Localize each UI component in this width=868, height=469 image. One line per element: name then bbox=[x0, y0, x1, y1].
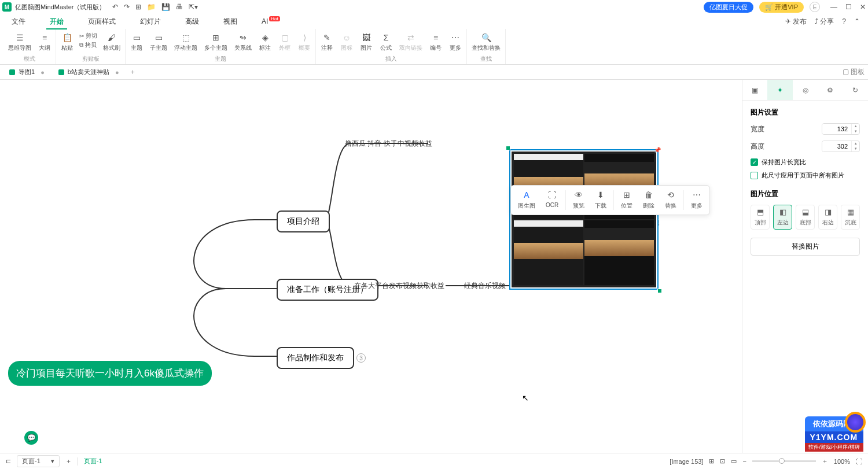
print-icon[interactable]: 🖶 bbox=[176, 3, 183, 11]
new-icon[interactable]: ⊞ bbox=[135, 3, 141, 11]
copy-button[interactable]: ⧉ 拷贝 bbox=[78, 40, 98, 50]
save-icon[interactable]: 💾 bbox=[161, 3, 170, 11]
topic-button[interactable]: ▭主题 bbox=[128, 31, 145, 54]
open-icon[interactable]: 📁 bbox=[147, 3, 156, 11]
undo-icon[interactable]: ↶ bbox=[112, 3, 118, 11]
child-count-badge[interactable]: 3 bbox=[356, 353, 366, 363]
download-button[interactable]: ⬇下载 bbox=[590, 189, 611, 211]
image-node-selected[interactable]: 📌 bbox=[509, 149, 659, 290]
preview-button[interactable]: 👁预览 bbox=[568, 189, 589, 211]
relation-button[interactable]: ↬关系线 bbox=[232, 31, 254, 54]
summary-button: ⟩概要 bbox=[296, 31, 313, 54]
page-selector[interactable]: 页面-1▾ bbox=[17, 455, 60, 467]
menu-ai[interactable]: AIHot bbox=[258, 15, 284, 28]
panel-title: 图片设置 bbox=[751, 108, 860, 117]
redo-icon[interactable]: ↷ bbox=[124, 3, 130, 11]
promo-pill[interactable]: 亿图夏日大促 bbox=[704, 2, 753, 13]
view-wide-icon[interactable]: ▭ bbox=[731, 457, 737, 465]
paste-button[interactable]: 📋粘贴 bbox=[58, 31, 76, 54]
sidebar-toggle-icon[interactable]: ⊏ bbox=[6, 457, 11, 465]
zoom-slider[interactable] bbox=[752, 460, 816, 462]
close-window-icon[interactable]: ✕ bbox=[860, 3, 866, 11]
vip-pill[interactable]: 🛒 开通VIP bbox=[759, 2, 804, 13]
export-icon[interactable]: ⇱▾ bbox=[189, 3, 198, 11]
menu-advanced[interactable]: 高级 bbox=[182, 14, 203, 29]
ocr-button[interactable]: ⛶OCR bbox=[541, 189, 563, 211]
pos-top-button[interactable]: ⬒顶部 bbox=[751, 205, 770, 230]
canvas[interactable]: 冷门项目每天听歌一小时月入6k傻瓜式操作 项目介绍 准备工作（账号注册） 作品制… bbox=[0, 80, 742, 453]
formula-button[interactable]: Σ公式 bbox=[377, 31, 395, 54]
subtopic-button[interactable]: ▭子主题 bbox=[148, 31, 170, 54]
menu-slideshow[interactable]: 幻灯片 bbox=[137, 14, 164, 29]
cut-button[interactable]: ✂ 剪切 bbox=[78, 31, 98, 40]
height-label: 高度 bbox=[751, 142, 764, 152]
status-bar: ⊏ 页面-1▾ ＋ 页面-1 [Image 153] ⊞ ⊡ ▭ − ＋ 100… bbox=[0, 453, 868, 469]
mindmap-mode-button[interactable]: ☰思维导图 bbox=[6, 31, 34, 54]
view-grid-icon[interactable]: ⊞ bbox=[709, 457, 714, 465]
page-label[interactable]: 页面-1 bbox=[84, 457, 102, 466]
pos-left-button[interactable]: ◧左边 bbox=[773, 205, 792, 230]
floating-topic-button[interactable]: ⬚浮动主题 bbox=[172, 31, 200, 54]
document-tab-2[interactable]: b站卖天涯神贴● bbox=[53, 66, 125, 78]
panel-toggle[interactable]: ▢ 图板 bbox=[843, 67, 865, 77]
zoom-in-icon[interactable]: ＋ bbox=[822, 457, 828, 466]
menu-file[interactable]: 文件 bbox=[8, 14, 29, 29]
float-more-button[interactable]: ⋯更多 bbox=[686, 189, 707, 211]
menu-view[interactable]: 视图 bbox=[220, 14, 241, 29]
panel-tab-style[interactable]: ▣ bbox=[742, 80, 767, 100]
user-avatar[interactable]: E bbox=[810, 2, 820, 12]
pos-bottom-button[interactable]: ⬓底部 bbox=[796, 205, 815, 230]
image-info: [Image 153] bbox=[670, 458, 703, 465]
pos-right-button[interactable]: ◨右边 bbox=[818, 205, 837, 230]
menu-start[interactable]: 开始 bbox=[46, 14, 67, 29]
ai-gen-button[interactable]: A图生图 bbox=[513, 189, 540, 211]
format-painter-button[interactable]: 🖌格式刷 bbox=[101, 31, 123, 54]
help-icon[interactable]: ? bbox=[842, 17, 846, 25]
multi-topic-button[interactable]: ⊞多个主题 bbox=[202, 31, 230, 54]
document-tab-1[interactable]: 导图1● bbox=[3, 66, 50, 78]
outline-mode-button[interactable]: ≡大纲 bbox=[36, 31, 53, 54]
pin-icon[interactable]: 📌 bbox=[654, 147, 661, 153]
close-tab-icon[interactable]: ● bbox=[41, 69, 45, 76]
view-fit-icon[interactable]: ⊡ bbox=[720, 457, 725, 465]
menu-page-style[interactable]: 页面样式 bbox=[84, 14, 119, 29]
zoom-value[interactable]: 100% bbox=[834, 458, 850, 465]
image-button[interactable]: 🖼图片 bbox=[358, 31, 375, 54]
panel-tab-effects[interactable]: ✦ bbox=[767, 80, 792, 100]
more-insert-button[interactable]: ⋯更多 bbox=[447, 31, 464, 54]
close-tab-icon[interactable]: ● bbox=[115, 69, 119, 76]
pos-fill-button[interactable]: ▦沉底 bbox=[841, 205, 860, 230]
zoom-out-icon[interactable]: − bbox=[742, 458, 746, 465]
find-replace-button[interactable]: 🔍查找和替换 bbox=[469, 31, 503, 54]
text-note[interactable]: 在各大平台发布视频获取收益 bbox=[354, 281, 444, 291]
panel-tab-history[interactable]: ↻ bbox=[843, 80, 868, 100]
assistant-bubble[interactable]: 💬 bbox=[24, 431, 38, 445]
hot-badge: Hot bbox=[269, 16, 279, 21]
maximize-icon[interactable]: ☐ bbox=[845, 3, 852, 11]
root-topic[interactable]: 冷门项目每天听歌一小时月入6k傻瓜式操作 bbox=[8, 361, 212, 386]
replace-button[interactable]: ⟲替换 bbox=[660, 189, 681, 211]
callout-button[interactable]: ◈标注 bbox=[256, 31, 274, 54]
text-classic[interactable]: 经典音乐视频 bbox=[464, 281, 506, 291]
height-input[interactable]: ▴▾ bbox=[822, 141, 860, 152]
publish-button[interactable]: ✈ 发布 bbox=[785, 17, 807, 27]
collapse-ribbon-icon[interactable]: ⌃ bbox=[854, 17, 860, 25]
panel-tab-theme[interactable]: ⚙ bbox=[818, 80, 843, 100]
topic-intro[interactable]: 项目介绍 bbox=[277, 211, 330, 232]
text-platforms[interactable]: 撸西瓜 抖音 快手中视频收益 bbox=[345, 139, 432, 149]
width-input[interactable]: ▴▾ bbox=[822, 123, 860, 135]
apply-all-checkbox[interactable] bbox=[751, 172, 758, 179]
position-button[interactable]: ⊞位置 bbox=[616, 189, 637, 211]
panel-tab-layout[interactable]: ◎ bbox=[793, 80, 818, 100]
number-button[interactable]: ≡编号 bbox=[427, 31, 444, 54]
topic-create[interactable]: 作品制作和发布 3 bbox=[277, 347, 354, 369]
delete-button[interactable]: 🗑删除 bbox=[638, 189, 659, 211]
add-tab-button[interactable]: ＋ bbox=[127, 67, 138, 77]
share-button[interactable]: ⤴ 分享 bbox=[815, 17, 834, 27]
replace-image-button[interactable]: 替换图片 bbox=[751, 238, 860, 256]
add-page-button[interactable]: ＋ bbox=[65, 457, 72, 466]
minimize-icon[interactable]: — bbox=[830, 3, 837, 11]
note-button[interactable]: ✎注释 bbox=[318, 31, 336, 54]
fullscreen-icon[interactable]: ⛶ bbox=[856, 458, 862, 465]
keep-ratio-checkbox[interactable]: ✓ bbox=[751, 158, 758, 166]
